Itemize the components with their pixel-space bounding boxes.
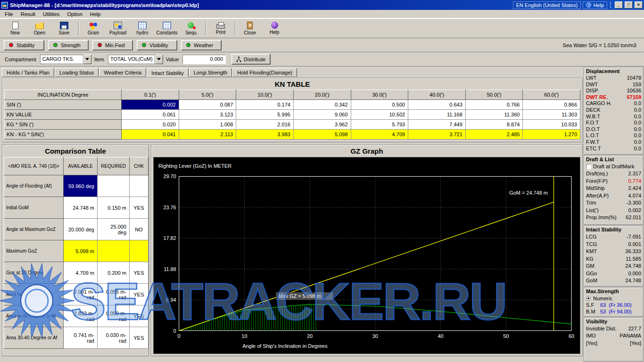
gz-plot-area: 05.9411.8817.8223.7629.700102030405060Go… <box>153 157 580 354</box>
kn-cell[interactable]: 11.168 <box>408 110 466 120</box>
tab[interactable]: Weather Criteria <box>99 68 146 77</box>
kn-cell[interactable]: 5.793 <box>351 120 408 130</box>
svg-text:29.70: 29.70 <box>163 173 176 179</box>
kn-cell[interactable]: 4.709 <box>351 130 408 140</box>
close-file-button[interactable]: Close <box>238 20 262 37</box>
constants-button[interactable]: Constants <box>155 20 179 37</box>
menu-item[interactable]: Option <box>63 10 86 18</box>
menu-item[interactable]: Help <box>86 10 105 18</box>
visibility-row: Invisible Dist.227.7 <box>586 325 641 333</box>
chevron-down-icon[interactable] <box>155 55 163 64</box>
comparison-available-cell: 2.832 m-rad <box>64 305 98 327</box>
kn-cell[interactable]: 0.002 <box>122 100 179 110</box>
new-button[interactable]: New <box>3 20 27 37</box>
kn-cell[interactable]: 1.008 <box>179 120 236 130</box>
tab[interactable]: Longi.Strength <box>189 68 232 77</box>
kn-cell[interactable]: 1.270 <box>523 130 580 140</box>
draft-row: After(A.P)4.074 <box>586 192 641 200</box>
comparison-chk-cell: YES <box>130 284 149 305</box>
maximize-button[interactable]: □ <box>625 1 633 8</box>
compartment-select[interactable]: CARGO TKS. <box>40 55 91 64</box>
mode-button[interactable]: Min.Fwd <box>92 40 133 50</box>
radio-icon[interactable] <box>586 296 591 301</box>
open-button[interactable]: Open <box>27 20 52 37</box>
kn-cell[interactable]: 0.087 <box>179 100 236 110</box>
kn-cell[interactable]: 3.983 <box>236 130 294 140</box>
item-select[interactable]: TOTAL VOL(CuM) <box>108 55 163 64</box>
radio-label: Numeric <box>593 295 612 302</box>
comparison-row: Area to 40 Degree or Af 2.832 m-rad 0.09… <box>4 305 149 327</box>
kn-cell[interactable]: 10.502 <box>351 110 408 120</box>
kn-cell[interactable]: 0.020 <box>122 120 179 130</box>
menu-item[interactable]: Utilities <box>39 10 63 18</box>
displacement-row: DECK0.0 <box>586 107 641 114</box>
kn-cell[interactable]: 2.485 <box>465 130 523 140</box>
comparison-available-cell: 59.960 deg <box>64 175 98 197</box>
menu-item[interactable]: Result <box>17 10 39 18</box>
minimize-button[interactable]: _ <box>615 1 623 8</box>
kn-cell[interactable]: 0.643 <box>408 100 466 110</box>
kn-cell[interactable]: 3.721 <box>408 130 466 140</box>
numeric-radio-option[interactable]: Numeric <box>586 295 641 302</box>
mode-button[interactable]: Weather <box>181 40 222 50</box>
kn-cell[interactable]: 11.360 <box>465 110 523 120</box>
kn-cell[interactable]: 0.866 <box>523 100 580 110</box>
comparison-required-cell: 0.150 m <box>98 197 130 219</box>
tab[interactable]: Hold Flooding(Damage) <box>232 68 297 77</box>
menu-item[interactable]: File <box>1 10 17 18</box>
comparison-chk-cell <box>130 175 149 197</box>
mode-button[interactable]: Visibility <box>137 40 177 50</box>
kn-cell[interactable]: 0.041 <box>122 130 179 140</box>
kn-cell[interactable]: 5.995 <box>236 110 294 120</box>
kn-cell[interactable]: 0.766 <box>465 100 523 110</box>
kn-cell[interactable]: 3.962 <box>293 120 351 130</box>
draft-at-draftmark-option[interactable]: Draft at DraftMark <box>586 163 641 170</box>
mode-led-icon <box>186 43 190 47</box>
tab[interactable]: Holds / Tanks Plan <box>2 68 54 77</box>
kn-cell[interactable]: 0.061 <box>122 110 179 120</box>
mode-led-icon <box>142 43 146 47</box>
hydro-button[interactable]: hydro <box>130 20 155 37</box>
kn-cell[interactable]: 9.060 <box>293 110 351 120</box>
kn-row-label: KG * SIN (') <box>5 120 122 130</box>
print-button[interactable]: Print <box>208 20 233 37</box>
kn-cell[interactable]: 0.342 <box>293 100 351 110</box>
distribute-button[interactable]: Distribute <box>231 54 270 65</box>
chevron-down-icon[interactable] <box>83 55 91 64</box>
value-input[interactable]: 0.000 <box>182 55 226 64</box>
kn-cell[interactable]: 2.016 <box>236 120 294 130</box>
language-selector[interactable]: EN English (United States) <box>513 1 581 9</box>
help-button[interactable]: Help <box>262 20 287 37</box>
tab[interactable]: Intact Stability <box>147 68 188 77</box>
kn-column-header: 0.1(') <box>122 90 179 100</box>
mode-button[interactable]: Strength <box>48 40 89 50</box>
tab-strip: Holds / Tanks PlanLoading StatusWeather … <box>0 66 644 77</box>
titlebar-help-button[interactable]: ? Help <box>583 1 607 9</box>
grain-button[interactable]: Grain <box>81 20 106 37</box>
kn-cell[interactable]: 0.174 <box>236 100 294 110</box>
kn-cell[interactable]: 7.449 <box>408 120 466 130</box>
comparison-required-cell: 0.030 m-rad <box>98 327 130 349</box>
kn-cell[interactable]: 8.874 <box>465 120 523 130</box>
new-document-icon <box>12 22 18 29</box>
checkbox-icon[interactable] <box>586 164 591 169</box>
tab[interactable]: Loading Status <box>55 68 99 77</box>
kn-cell[interactable]: 10.033 <box>523 120 580 130</box>
kn-row: KN VALUE 0.061 3.123 5.995 9.060 10.502 … <box>5 110 580 120</box>
mode-button[interactable]: Stability <box>4 40 44 50</box>
payload-button[interactable]: Payload <box>106 20 130 37</box>
kn-cell[interactable]: 3.123 <box>179 110 236 120</box>
sequence-button[interactable]: Sequ. <box>179 20 204 37</box>
save-button[interactable]: Save <box>52 20 76 37</box>
kn-row-label: KN VALUE <box>5 110 122 120</box>
kn-cell[interactable]: 0.500 <box>351 100 408 110</box>
comparison-available-cell: 4.709 m <box>64 262 98 284</box>
kn-cell[interactable]: 2.113 <box>179 130 236 140</box>
stability-row: GGo0.000 <box>586 270 641 278</box>
comparison-required-cell: 0.200 m <box>98 262 130 284</box>
kn-cell[interactable]: 11.303 <box>523 110 580 120</box>
close-button[interactable]: × <box>635 1 643 8</box>
kn-cell[interactable]: 5.098 <box>293 130 351 140</box>
gz-graph-title: GZ Graph <box>151 145 582 157</box>
mode-label: Min.Fwd <box>105 42 125 48</box>
